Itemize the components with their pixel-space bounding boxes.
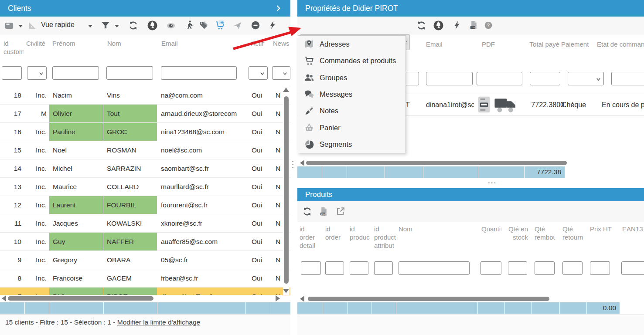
client-row[interactable]: 15Inc.NoelROSMANnoel@sc.comOuiN [0, 141, 290, 159]
client-row[interactable]: 9Inc.GregoryOBARA05@sc.frOuiN [0, 251, 290, 269]
col-header-prix-ht[interactable]: Prix HT [590, 225, 612, 233]
orders-hscrollbar[interactable] [297, 159, 644, 166]
client-row[interactable]: 14Inc.MichelSARRAZINsaombart@sc.frOuiN [0, 159, 290, 178]
prestashop-icon[interactable] [147, 20, 158, 33]
newsletter-filter-select[interactable] [272, 66, 290, 80]
menu-item-commandes-et-produits[interactable]: Commandes et produits [298, 52, 405, 69]
col-header-qte-retournee[interactable]: Qté retournée [562, 225, 583, 242]
csv-icon[interactable]: CSV [319, 206, 329, 218]
set-square-icon[interactable] [27, 20, 37, 32]
filter-icon[interactable] [101, 20, 110, 32]
menu-item-panier[interactable]: Panier [298, 119, 405, 136]
scroll-down-arrow-icon[interactable] [283, 289, 289, 293]
col-header-total-paye[interactable]: Total payé [518, 40, 559, 48]
card-view-icon[interactable] [4, 21, 14, 32]
client-row[interactable]: 13Inc.MauriceCOLLARDmaurllard@sc.frOuiN [0, 178, 290, 196]
quick-view-label[interactable]: Vue rapide [41, 21, 75, 29]
scroll-left-arrow-icon[interactable] [2, 295, 6, 301]
clients-hscrollbar[interactable] [0, 295, 282, 302]
nom-filter-input[interactable] [399, 261, 470, 275]
col-header-paiement[interactable]: Paiement [561, 40, 593, 48]
scroll-left-arrow-icon[interactable] [300, 296, 304, 302]
client-row[interactable]: 11Inc.JacquesKOWALSKIxknoire@sc.frOuiN [0, 214, 290, 233]
menu-item-adresses[interactable]: Adresses [298, 36, 405, 52]
refresh-icon[interactable] [128, 20, 138, 32]
paiement-filter-select[interactable] [568, 72, 604, 85]
client-row[interactable]: 7Inc.DidierPIROTdinana1irot@sc.frOuiN [0, 288, 290, 295]
col-header-id-order[interactable]: id order [325, 225, 344, 242]
splitter-handle[interactable]: ... [488, 177, 497, 186]
qte-retournee-filter-input[interactable] [562, 261, 583, 275]
scroll-left-arrow-icon[interactable] [300, 160, 304, 166]
csv-icon[interactable]: CSV [469, 20, 479, 32]
col-header-etat[interactable]: Etat de commande [597, 40, 644, 48]
id-product-attribut-filter-input[interactable] [374, 261, 393, 275]
eye-icon[interactable] [166, 21, 176, 32]
actif-filter-select[interactable] [249, 66, 268, 80]
col-header-id-order-detail[interactable]: id order detail [300, 225, 320, 251]
prix-ht-filter-input[interactable] [590, 261, 610, 275]
col-header-quantite[interactable]: Quantité [481, 225, 501, 233]
client-row[interactable]: 17MOlivierToutarnaud.drieux@storecomOuiN [0, 105, 290, 123]
col-header-email[interactable]: Email [426, 40, 465, 48]
col-header-id-product[interactable]: id product [350, 225, 370, 242]
invoice-icon[interactable] [477, 95, 491, 115]
col-header-id-product-attribut[interactable]: id product attribut [374, 225, 396, 251]
visitor-icon[interactable] [184, 20, 194, 32]
client-row[interactable]: 8Inc.FrancoiseGACEMfrbear@sc.frOuiN [0, 269, 290, 288]
pdf-filter-input[interactable] [477, 72, 522, 85]
col-header-id-customer[interactable]: id customer [3, 39, 24, 57]
card-view-caret-icon[interactable] [18, 25, 23, 30]
total-filter-input[interactable] [530, 72, 560, 85]
vscroll-thumb[interactable] [284, 96, 289, 284]
clients-vscrollbar[interactable] [283, 86, 290, 295]
display-limit-link[interactable]: Modifier la limite d'affichage [117, 318, 201, 326]
refresh-icon[interactable] [416, 20, 426, 32]
col-header-nom[interactable]: Nom [399, 225, 468, 233]
client-row[interactable]: 10Inc.GuyNAFFERauaffer85@sc.comOuiN [0, 233, 290, 251]
menu-item-messages[interactable]: Messages [298, 86, 405, 102]
email-filter-input[interactable] [161, 66, 237, 80]
hscroll-thumb[interactable] [306, 161, 567, 165]
ean13-filter-input[interactable] [621, 261, 644, 275]
menu-item-groupes[interactable]: Groupes [298, 69, 405, 86]
filter-caret-icon[interactable] [115, 25, 119, 30]
prestashop-icon[interactable] [433, 20, 444, 33]
col-header-qte-remboursee[interactable]: Qté remboursée [535, 225, 555, 242]
lightning-icon[interactable] [452, 20, 462, 32]
client-row[interactable]: 16Inc.PaulineGROCnina123468@sc.comOuiN [0, 123, 290, 141]
qte-stock-filter-input[interactable] [508, 261, 527, 275]
menu-item-segments[interactable]: Segments [298, 136, 405, 153]
quick-view-caret-icon[interactable] [88, 25, 92, 30]
client-row[interactable]: 18Inc.NacimVinsna@com.comOuiN [0, 86, 290, 105]
hscroll-thumb[interactable] [8, 296, 153, 301]
id-product-filter-input[interactable] [350, 261, 368, 275]
external-link-icon[interactable] [336, 206, 345, 218]
col-header-email[interactable]: Email [161, 39, 196, 47]
panel-resize-handle[interactable] [292, 161, 294, 170]
qte-remboursee-filter-input[interactable] [535, 261, 555, 275]
civilite-filter-select[interactable] [27, 66, 47, 80]
col-header-ean13[interactable]: EAN13 [622, 225, 643, 233]
col-header-civilite[interactable]: Civilité [26, 39, 49, 47]
hscroll-thumb[interactable] [308, 297, 549, 301]
prenom-filter-input[interactable] [52, 66, 99, 80]
scroll-right-arrow-icon[interactable] [276, 295, 280, 301]
refresh-icon[interactable] [302, 206, 312, 218]
col-header-nom[interactable]: Nom [107, 39, 142, 47]
client-row[interactable]: 12Inc.LaurentFOURBILfoururent@sc.frOuiN [0, 196, 290, 214]
col-header-prenom[interactable]: Prénom [52, 39, 87, 47]
email-filter-input[interactable] [426, 72, 473, 85]
nom-filter-input[interactable] [106, 66, 153, 80]
truck-icon[interactable] [494, 98, 516, 115]
menu-item-notes[interactable]: Notes [298, 103, 405, 119]
id-order-filter-input[interactable] [325, 261, 344, 275]
etat-filter-input[interactable] [611, 72, 644, 85]
col-header-pdf[interactable]: PDF [482, 40, 508, 48]
quantite-filter-input[interactable] [480, 261, 501, 275]
col-header-qte-en-stock[interactable]: Qté en stock [508, 225, 528, 242]
help-icon[interactable]: ? [484, 21, 493, 31]
expand-chevron-icon[interactable] [274, 4, 283, 13]
add-to-cart-icon[interactable] [215, 20, 225, 33]
tags-icon[interactable] [198, 20, 208, 32]
